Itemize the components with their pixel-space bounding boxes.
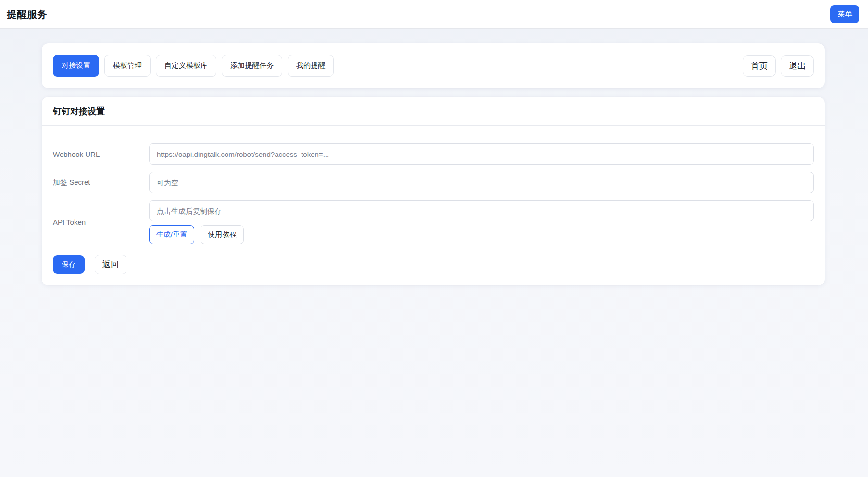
api-token-label: API Token [53, 218, 149, 226]
logout-button[interactable]: 退出 [781, 55, 814, 77]
api-token-input[interactable] [149, 200, 814, 221]
api-token-field-col: 生成/重置 使用教程 [149, 200, 814, 244]
page-content: 对接设置 模板管理 自定义模板库 添加提醒任务 我的提醒 首页 退出 钉钉对接设… [0, 29, 868, 305]
tab-add-reminder-task[interactable]: 添加提醒任务 [222, 55, 282, 77]
tab-bar: 对接设置 模板管理 自定义模板库 添加提醒任务 我的提醒 首页 退出 [42, 43, 825, 88]
tab-my-reminders[interactable]: 我的提醒 [288, 55, 334, 77]
card-body: Webhook URL 加签 Secret API Token 生成/重置 使用… [42, 126, 825, 285]
secret-input[interactable] [149, 172, 814, 193]
webhook-url-row: Webhook URL [53, 143, 814, 165]
tabbar-right-group: 首页 退出 [743, 55, 814, 77]
top-header: 提醒服务 菜单 [0, 0, 868, 29]
token-actions: 生成/重置 使用教程 [149, 225, 814, 244]
dingtalk-settings-card: 钉钉对接设置 Webhook URL 加签 Secret API Token [42, 97, 825, 285]
menu-button[interactable]: 菜单 [830, 5, 859, 23]
generate-reset-token-button[interactable]: 生成/重置 [149, 225, 194, 244]
back-button[interactable]: 返回 [95, 255, 126, 274]
tab-template-management[interactable]: 模板管理 [104, 55, 151, 77]
secret-row: 加签 Secret [53, 172, 814, 193]
save-button[interactable]: 保存 [53, 255, 85, 274]
webhook-url-label: Webhook URL [53, 150, 149, 158]
card-header: 钉钉对接设置 [42, 97, 825, 126]
form-actions: 保存 返回 [53, 255, 814, 274]
card-title: 钉钉对接设置 [53, 105, 814, 117]
webhook-url-field-col [149, 143, 814, 165]
home-button[interactable]: 首页 [743, 55, 776, 77]
usage-tutorial-button[interactable]: 使用教程 [201, 225, 244, 244]
secret-field-col [149, 172, 814, 193]
app-title: 提醒服务 [7, 8, 47, 21]
api-token-row: API Token 生成/重置 使用教程 [53, 200, 814, 244]
webhook-url-input[interactable] [149, 143, 814, 165]
secret-label: 加签 Secret [53, 178, 149, 187]
tab-custom-template-library[interactable]: 自定义模板库 [156, 55, 216, 77]
tab-connection-settings[interactable]: 对接设置 [53, 55, 99, 77]
